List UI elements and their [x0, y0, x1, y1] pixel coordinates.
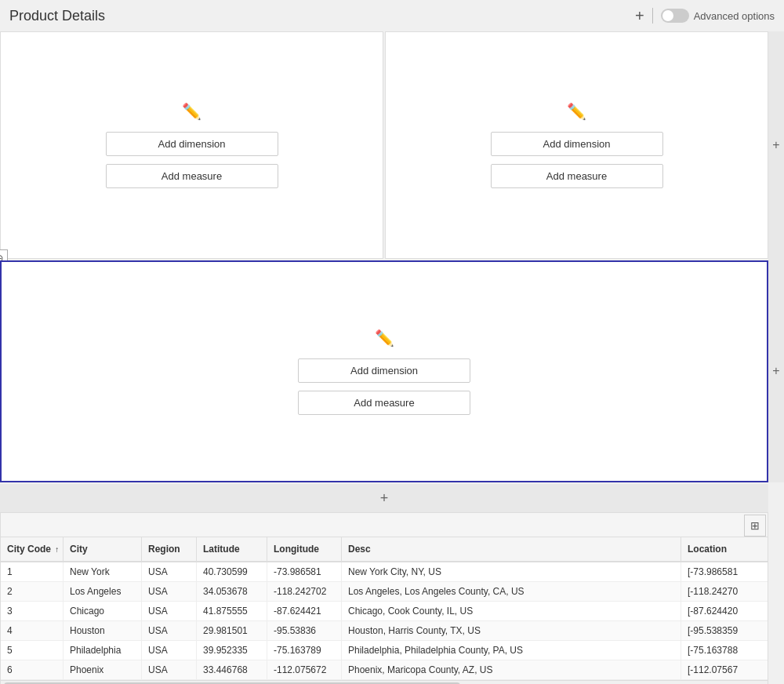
cell-longitude: -118.242702 — [267, 582, 342, 601]
col-header-location: Location — [681, 537, 768, 561]
toggle-thumb — [662, 10, 673, 21]
cell-city: Phoenix — [64, 660, 142, 679]
cell-city: Chicago — [64, 602, 142, 620]
advanced-options-toggle[interactable]: Advanced options — [661, 9, 775, 23]
cell-desc: Los Angeles, Los Angeles County, CA, US — [342, 582, 681, 601]
wand-icon-top-right: ✏️ — [567, 102, 586, 121]
cell-location: [-87.624420 — [681, 602, 768, 620]
cell-citycode: 6 — [1, 660, 64, 679]
cell-location: [-95.538359 — [681, 621, 768, 640]
table-body: 1New YorkUSA40.730599-73.986581New York … — [1, 562, 768, 680]
table-row: 6PhoenixUSA33.446768-112.075672Phoenix, … — [1, 660, 768, 680]
header: Product Details + Advanced options — [0, 0, 784, 31]
col-header-longitude: Longitude — [267, 537, 342, 561]
cell-desc: Philadelphia, Philadelphia County, PA, U… — [342, 641, 681, 660]
wand-icon-bottom: ✏️ — [375, 329, 394, 347]
cell-latitude: 33.446768 — [197, 660, 267, 679]
col-header-desc: Desc — [342, 537, 681, 561]
large-panel-wrapper: ⊕ ✏️ Add dimension Add measure — [0, 259, 768, 482]
cell-desc: New York City, NY, US — [342, 562, 681, 581]
cell-location: [-75.163788 — [681, 641, 768, 660]
cell-citycode: 2 — [1, 582, 64, 601]
page-title: Product Details — [9, 8, 105, 24]
table-row: 3ChicagoUSA41.875555-87.624421Chicago, C… — [1, 602, 768, 621]
col-header-city: City — [64, 537, 142, 561]
cell-region: USA — [142, 660, 197, 679]
col-header-latitude: Latitude — [197, 537, 267, 561]
add-row-button[interactable]: + — [380, 490, 389, 507]
cell-citycode: 1 — [1, 562, 64, 581]
toggle-track[interactable] — [661, 9, 689, 23]
canvas-column: ✏️ Add dimension Add measure ✏️ Add dime… — [0, 31, 768, 684]
add-panel-right-top[interactable]: + — [768, 31, 784, 259]
header-actions: + Advanced options — [635, 8, 775, 24]
advanced-options-label: Advanced options — [694, 10, 775, 22]
right-sidebar: + + — [768, 31, 784, 684]
cell-longitude: -95.53836 — [267, 621, 342, 640]
cell-region: USA — [142, 621, 197, 640]
add-panel-right-bottom[interactable]: + — [768, 259, 784, 482]
cell-latitude: 40.730599 — [197, 562, 267, 581]
cell-desc: Chicago, Cook County, IL, US — [342, 602, 681, 620]
cell-citycode: 5 — [1, 641, 64, 660]
cell-region: USA — [142, 602, 197, 620]
cell-latitude: 29.981501 — [197, 621, 267, 640]
add-measure-button-top-left[interactable]: Add measure — [106, 164, 278, 188]
add-dimension-button-top-right[interactable]: Add dimension — [491, 132, 663, 156]
cell-location: [-112.07567 — [681, 660, 768, 679]
cell-latitude: 34.053678 — [197, 582, 267, 601]
table-row: 2Los AngelesUSA34.053678-118.242702Los A… — [1, 582, 768, 602]
cell-region: USA — [142, 562, 197, 581]
cell-longitude: -73.986581 — [267, 562, 342, 581]
cell-city: Houston — [64, 621, 142, 640]
add-dimension-button-top-left[interactable]: Add dimension — [106, 132, 278, 156]
cell-citycode: 4 — [1, 621, 64, 640]
wand-icon-top-left: ✏️ — [182, 102, 201, 121]
cell-desc: Houston, Harris County, TX, US — [342, 621, 681, 640]
cell-citycode: 3 — [1, 602, 64, 620]
cell-city: New York — [64, 562, 142, 581]
table-row: 4HoustonUSA29.981501-95.53836Houston, Ha… — [1, 621, 768, 641]
cell-region: USA — [142, 582, 197, 601]
grid-view-button[interactable]: ⊞ — [744, 515, 766, 537]
cell-city: Philadelphia — [64, 641, 142, 660]
cell-region: USA — [142, 641, 197, 660]
cell-longitude: -75.163789 — [267, 641, 342, 660]
cell-longitude: -112.075672 — [267, 660, 342, 679]
add-row-area[interactable]: + — [0, 484, 768, 512]
add-measure-button-bottom[interactable]: Add measure — [298, 391, 470, 415]
cell-latitude: 41.875555 — [197, 602, 267, 620]
add-button[interactable]: + — [635, 8, 644, 24]
table-row: 1New YorkUSA40.730599-73.986581New York … — [1, 562, 768, 582]
table-header: City Code ↑ City Region Latitude Longitu… — [1, 537, 768, 562]
cell-city: Los Angeles — [64, 582, 142, 601]
sort-arrow-citycode: ↑ — [55, 545, 59, 554]
main-layout: ✏️ Add dimension Add measure ✏️ Add dime… — [0, 31, 784, 684]
add-measure-button-top-right[interactable]: Add measure — [491, 164, 663, 188]
table-row: 5PhiladelphiaUSA39.952335-75.163789Phila… — [1, 641, 768, 660]
cell-longitude: -87.624421 — [267, 602, 342, 620]
add-dimension-button-bottom[interactable]: Add dimension — [298, 358, 470, 383]
cell-latitude: 39.952335 — [197, 641, 267, 660]
table-scrollbar[interactable] — [1, 680, 768, 684]
cell-location: [-73.986581 — [681, 562, 768, 581]
panel-top-right: ✏️ Add dimension Add measure — [385, 31, 768, 259]
top-panels-row: ✏️ Add dimension Add measure ✏️ Add dime… — [0, 31, 768, 259]
col-header-citycode: City Code ↑ — [1, 537, 64, 561]
cell-desc: Phoenix, Maricopa County, AZ, US — [342, 660, 681, 679]
panel-top-left: ✏️ Add dimension Add measure — [0, 31, 383, 259]
header-divider — [652, 8, 653, 24]
data-table: ⊞ City Code ↑ City Region Latitude Longi… — [0, 512, 768, 684]
panel-bottom: ✏️ Add dimension Add measure — [0, 260, 768, 482]
cell-location: [-118.24270 — [681, 582, 768, 601]
col-header-region: Region — [142, 537, 197, 561]
